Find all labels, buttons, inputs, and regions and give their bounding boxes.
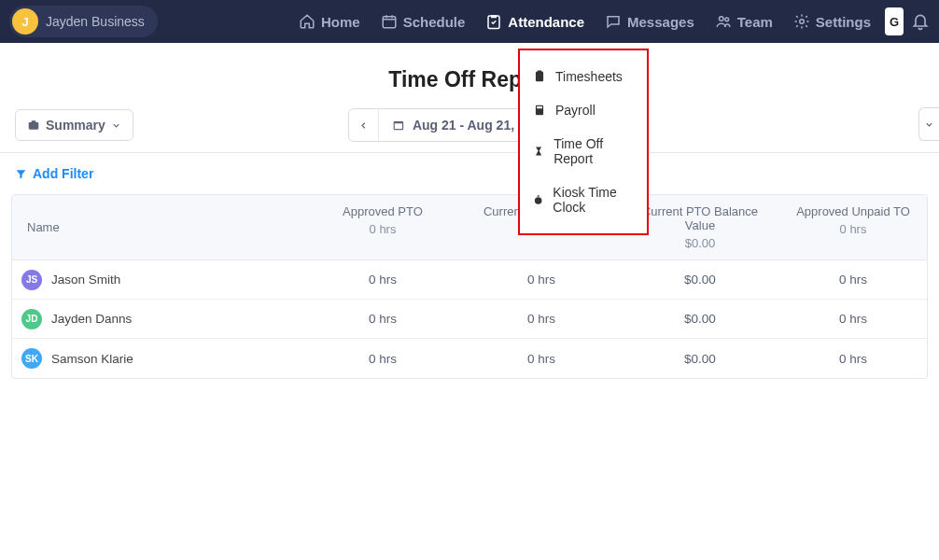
menu-payroll[interactable]: Payroll xyxy=(520,93,647,127)
user-avatar: JD xyxy=(21,309,42,329)
menu-timesheets[interactable]: Timesheets xyxy=(520,60,647,93)
nav-settings[interactable]: Settings xyxy=(783,0,881,43)
home-icon xyxy=(299,13,315,30)
table-body: JSJason Smith0 hrs0 hrs$0.000 hrsJDJayde… xyxy=(12,260,927,378)
cell-unpaid: 0 hrs xyxy=(779,352,927,366)
business-name: Jayden Business xyxy=(46,14,145,29)
svg-rect-14 xyxy=(538,195,540,196)
col-balance-value-total: $0.00 xyxy=(628,236,772,250)
header-right: G xyxy=(885,7,930,35)
nav-team[interactable]: Team xyxy=(705,0,783,43)
business-avatar: J xyxy=(12,8,38,35)
app-header: J Jayden Business Home Schedule Attendan… xyxy=(0,0,939,43)
svg-point-3 xyxy=(725,18,729,21)
gear-icon xyxy=(793,13,810,30)
col-unpaid-total: 0 hrs xyxy=(787,222,919,236)
menu-time-off-report-label: Time Off Report xyxy=(554,136,634,166)
report-table: Name Approved PTO 0 hrs Current PTO Bala… xyxy=(11,194,928,379)
controls-row: Summary Aug 21 - Aug 21, 2024 xyxy=(0,107,939,143)
nav-home[interactable]: Home xyxy=(288,0,371,43)
date-prev-button[interactable] xyxy=(349,109,379,141)
calendar-icon xyxy=(381,13,398,30)
cell-balance: 0 hrs xyxy=(462,352,621,366)
clipboard-check-icon xyxy=(485,13,502,30)
col-unpaid: Approved Unpaid TO 0 hrs xyxy=(779,195,927,259)
col-name: Name xyxy=(12,195,303,259)
svg-rect-10 xyxy=(538,71,542,73)
chevron-down-icon xyxy=(111,120,121,131)
employee-name: Jason Smith xyxy=(51,273,120,287)
nav-team-label: Team xyxy=(737,14,773,30)
nav-settings-label: Settings xyxy=(816,14,871,30)
options-button[interactable] xyxy=(918,107,939,141)
menu-timesheets-label: Timesheets xyxy=(555,69,623,84)
user-avatar: JS xyxy=(21,270,42,290)
nav-attendance-label: Attendance xyxy=(508,14,584,30)
stopwatch-icon xyxy=(533,193,543,206)
svg-rect-12 xyxy=(537,106,542,108)
employee-name: Jayden Danns xyxy=(51,312,132,326)
summary-label: Summary xyxy=(46,118,105,133)
cell-balance: 0 hrs xyxy=(462,312,621,326)
table-row[interactable]: JDJayden Danns0 hrs0 hrs$0.000 hrs xyxy=(12,300,927,339)
svg-rect-6 xyxy=(32,120,36,122)
nav-home-label: Home xyxy=(321,14,360,30)
chevron-left-icon xyxy=(358,120,369,131)
menu-time-off-report[interactable]: Time Off Report xyxy=(520,127,647,175)
nav-messages[interactable]: Messages xyxy=(595,0,705,43)
nav-attendance[interactable]: Attendance xyxy=(475,0,595,43)
team-icon xyxy=(715,13,732,30)
svg-point-4 xyxy=(800,20,805,24)
col-unpaid-label: Approved Unpaid TO xyxy=(787,204,919,218)
attendance-dropdown: Timesheets Payroll Time Off Report Kiosk… xyxy=(518,49,649,235)
cell-name: SKSamson Klarie xyxy=(12,348,303,369)
col-approved-pto-total: 0 hrs xyxy=(311,222,455,236)
table-header: Name Approved PTO 0 hrs Current PTO Bala… xyxy=(12,195,927,260)
table-row[interactable]: JSJason Smith0 hrs0 hrs$0.000 hrs xyxy=(12,260,927,300)
cell-balance-value: $0.00 xyxy=(621,312,779,326)
briefcase-icon xyxy=(27,119,40,132)
bell-icon[interactable] xyxy=(911,12,930,31)
svg-rect-0 xyxy=(383,17,396,28)
chat-icon xyxy=(605,13,622,30)
nav-schedule[interactable]: Schedule xyxy=(371,0,476,43)
add-filter-button[interactable]: Add Filter xyxy=(0,153,939,190)
business-selector[interactable]: J Jayden Business xyxy=(9,6,158,37)
svg-rect-5 xyxy=(29,122,39,130)
cell-balance-value: $0.00 xyxy=(621,273,779,287)
calendar-icon xyxy=(392,119,405,132)
nav-schedule-label: Schedule xyxy=(403,14,466,30)
col-approved-pto-label: Approved PTO xyxy=(311,204,455,218)
cell-unpaid: 0 hrs xyxy=(779,312,927,326)
svg-point-13 xyxy=(535,197,542,204)
employee-name: Samson Klarie xyxy=(51,352,133,366)
svg-rect-8 xyxy=(395,123,402,129)
calculator-icon xyxy=(533,104,546,117)
menu-kiosk-label: Kiosk Time Clock xyxy=(553,185,634,215)
cell-unpaid: 0 hrs xyxy=(779,273,927,287)
cell-name: JSJason Smith xyxy=(12,270,303,290)
table-row[interactable]: SKSamson Klarie0 hrs0 hrs$0.000 hrs xyxy=(12,339,927,378)
col-balance-value-label: Current PTO Balance Value xyxy=(628,204,772,232)
summary-dropdown[interactable]: Summary xyxy=(15,109,133,141)
filter-icon xyxy=(15,168,27,180)
g-badge[interactable]: G xyxy=(885,7,904,35)
col-approved-pto: Approved PTO 0 hrs xyxy=(303,195,462,259)
cell-name: JDJayden Danns xyxy=(12,309,303,329)
hourglass-icon xyxy=(533,145,544,158)
menu-payroll-label: Payroll xyxy=(555,103,596,118)
page-title: Time Off Report xyxy=(0,67,939,92)
cell-approved-pto: 0 hrs xyxy=(303,273,462,287)
user-avatar: SK xyxy=(21,348,42,369)
nav-messages-label: Messages xyxy=(627,14,694,30)
menu-kiosk[interactable]: Kiosk Time Clock xyxy=(520,175,647,224)
chevron-down-icon xyxy=(924,119,934,130)
cell-approved-pto: 0 hrs xyxy=(303,352,462,366)
svg-point-2 xyxy=(719,17,723,21)
add-filter-label: Add Filter xyxy=(33,166,93,181)
clipboard-icon xyxy=(533,70,546,83)
cell-balance-value: $0.00 xyxy=(621,352,779,366)
cell-approved-pto: 0 hrs xyxy=(303,312,462,326)
svg-rect-9 xyxy=(536,72,543,82)
main-nav: Home Schedule Attendance Messages Team S… xyxy=(288,0,930,43)
